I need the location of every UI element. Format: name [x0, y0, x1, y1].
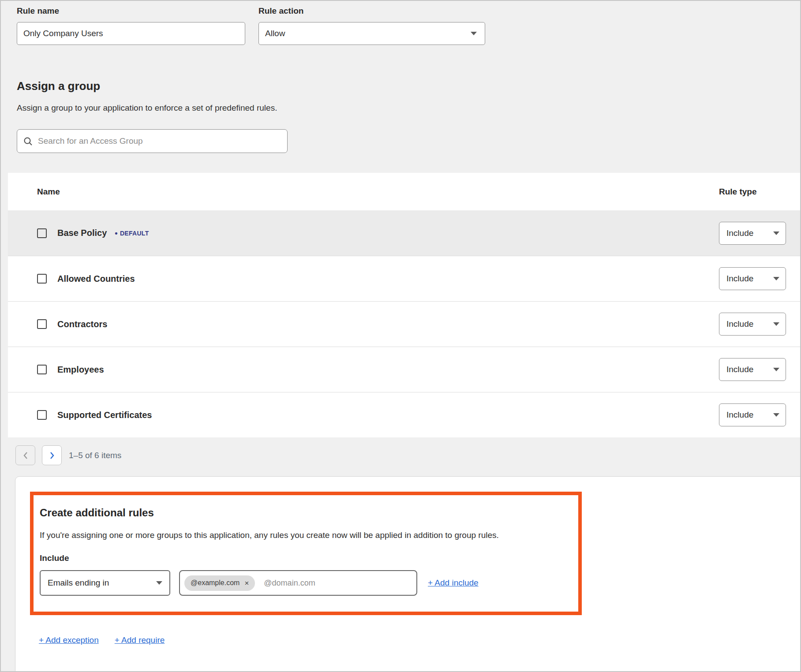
rule-form: Rule name Rule action Allow [17, 6, 485, 45]
additional-rules-heading: Create additional rules [40, 507, 578, 519]
row-checkbox[interactable] [37, 319, 47, 329]
search-icon [23, 137, 33, 146]
highlighted-section: Create additional rules If you're assign… [30, 492, 582, 615]
rule-type-select[interactable]: Include [719, 358, 786, 381]
assign-group-description: Assign a group to your application to en… [17, 103, 277, 113]
rule-type-cell: Include [719, 267, 800, 290]
domain-input[interactable] [264, 579, 412, 588]
access-groups-table: Name Rule type Base Policy •DEFAULT Incl… [8, 173, 800, 437]
row-checkbox[interactable] [37, 274, 47, 284]
column-header-name: Name [8, 187, 719, 197]
rule-name-field-group: Rule name [17, 6, 245, 45]
table-row: Base Policy •DEFAULT Include [8, 210, 800, 256]
group-name: Allowed Countries [57, 274, 135, 284]
rule-type-value: Include [726, 274, 753, 284]
rule-type-select[interactable]: Include [719, 313, 786, 336]
rule-action-field-group: Rule action Allow [258, 6, 485, 45]
default-badge: •DEFAULT [115, 230, 149, 237]
condition-value: Emails ending in [48, 578, 109, 588]
include-rule-controls: Emails ending in @example.com × + Add in… [40, 570, 578, 596]
row-checkbox[interactable] [37, 365, 47, 374]
add-include-link[interactable]: + Add include [428, 578, 479, 588]
rule-action-value: Allow [265, 29, 285, 38]
column-header-rule-type: Rule type [719, 187, 800, 197]
chevron-left-icon [23, 452, 28, 459]
rule-name-input[interactable] [17, 22, 245, 45]
domain-tag-value: @example.com [191, 579, 240, 587]
rule-action-select[interactable]: Allow [258, 22, 485, 45]
pagination-label: 1–5 of 6 items [69, 451, 121, 460]
row-left: Contractors [8, 319, 719, 329]
chevron-right-icon [49, 452, 55, 459]
rule-type-cell: Include [719, 313, 800, 336]
group-name: Contractors [57, 319, 107, 329]
row-left: Supported Certificates [8, 410, 719, 420]
table-row: Employees Include [8, 347, 800, 392]
previous-page-button[interactable] [15, 445, 35, 465]
chevron-down-icon [773, 277, 779, 280]
search-input[interactable] [38, 136, 281, 146]
chevron-down-icon [773, 231, 779, 235]
row-checkbox[interactable] [37, 228, 47, 238]
chevron-down-icon [773, 368, 779, 371]
group-name: Employees [57, 365, 104, 375]
rule-type-cell: Include [719, 403, 800, 426]
rule-type-select[interactable]: Include [719, 222, 786, 245]
domain-input-box[interactable]: @example.com × [179, 570, 417, 596]
rule-editor-page: Rule name Rule action Allow Assign a gro… [0, 0, 801, 672]
close-icon[interactable]: × [244, 579, 249, 587]
chevron-down-icon [773, 322, 779, 326]
footer-links: + Add exception + Add require [39, 635, 165, 645]
rule-name-label: Rule name [17, 6, 245, 16]
domain-tag: @example.com × [184, 575, 255, 591]
rule-type-select[interactable]: Include [719, 403, 786, 426]
group-name: Supported Certificates [57, 410, 152, 420]
rule-type-select[interactable]: Include [719, 267, 786, 290]
chevron-down-icon [773, 413, 779, 417]
assign-group-heading: Assign a group [17, 79, 100, 93]
group-name: Base Policy [57, 228, 107, 238]
rule-type-value: Include [726, 228, 753, 238]
table-header-row: Name Rule type [8, 173, 800, 210]
pagination: 1–5 of 6 items [15, 445, 121, 465]
rule-type-value: Include [726, 319, 753, 329]
default-badge-label: DEFAULT [120, 230, 149, 237]
table-row: Allowed Countries Include [8, 256, 800, 301]
access-group-search[interactable] [17, 129, 288, 153]
rule-type-value: Include [726, 410, 753, 420]
row-left: Employees [8, 365, 719, 375]
row-checkbox[interactable] [37, 410, 47, 420]
rule-action-label: Rule action [258, 6, 485, 16]
additional-rules-card: Create additional rules If you're assign… [15, 476, 801, 672]
chevron-down-icon [156, 581, 162, 585]
rule-type-cell: Include [719, 222, 800, 245]
chevron-down-icon [471, 32, 477, 35]
condition-select[interactable]: Emails ending in [40, 570, 170, 596]
add-require-link[interactable]: + Add require [115, 635, 165, 645]
next-page-button[interactable] [42, 445, 62, 465]
bullet-icon: • [115, 230, 118, 236]
row-left: Base Policy •DEFAULT [8, 228, 719, 238]
rule-type-cell: Include [719, 358, 800, 381]
add-exception-link[interactable]: + Add exception [39, 635, 99, 645]
table-row: Contractors Include [8, 301, 800, 347]
additional-rules-description: If you're assigning one or more groups t… [40, 530, 578, 540]
rule-type-value: Include [726, 365, 753, 374]
table-row: Supported Certificates Include [8, 392, 800, 437]
row-left: Allowed Countries [8, 274, 719, 284]
include-label: Include [40, 553, 578, 563]
